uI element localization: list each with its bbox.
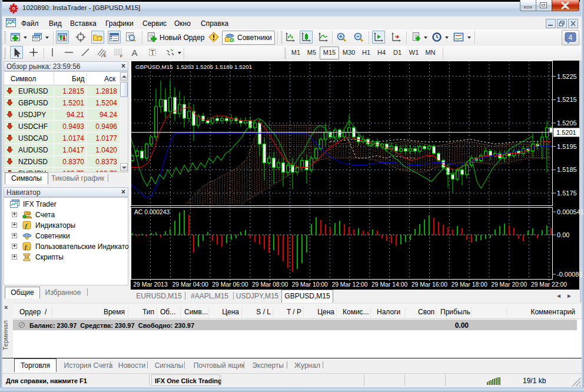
svg-text:29 Mar 16:00: 29 Mar 16:00	[412, 281, 447, 288]
svg-text:1.5215: 1.5215	[557, 96, 577, 103]
svg-text:1.5175: 1.5175	[557, 190, 577, 197]
svg-text:29 Mar 20:00: 29 Mar 20:00	[491, 281, 527, 288]
svg-text:0.000541: 0.000541	[557, 208, 584, 215]
svg-text:F: F	[120, 54, 122, 58]
svg-text:29 Mar 2013: 29 Mar 2013	[133, 281, 168, 288]
svg-text:1.5201: 1.5201	[556, 129, 576, 136]
svg-text:T: T	[151, 49, 155, 57]
svg-text:1.5185: 1.5185	[557, 166, 577, 173]
svg-text:-0.00086: -0.00086	[557, 271, 582, 278]
svg-text:4: 4	[569, 34, 573, 42]
svg-text:29 Mar 04:00: 29 Mar 04:00	[172, 281, 208, 288]
svg-text:29 Mar 18:00: 29 Mar 18:00	[451, 281, 487, 288]
svg-text:29 Mar 14:00: 29 Mar 14:00	[371, 281, 407, 288]
svg-text:AC 0.000243: AC 0.000243	[134, 209, 170, 215]
svg-text:29 Mar 06:00: 29 Mar 06:00	[212, 281, 248, 288]
svg-text:1.5225: 1.5225	[557, 73, 577, 80]
svg-text:29 Mar 22:00: 29 Mar 22:00	[531, 281, 567, 288]
svg-text:A: A	[132, 48, 138, 58]
svg-text:GBPUSD,M15 1.5203 1.5205 1.51: GBPUSD,M15 1.5203 1.5205 1.5189 1.5201	[135, 64, 253, 70]
svg-text:1.5205: 1.5205	[557, 119, 577, 127]
svg-text:29 Mar 10:00: 29 Mar 10:00	[292, 281, 328, 288]
svg-text:0.00: 0.00	[557, 231, 569, 238]
svg-text:29 Mar 08:00: 29 Mar 08:00	[252, 281, 288, 288]
svg-text:29 Mar 12:00: 29 Mar 12:00	[331, 281, 367, 288]
svg-text:E: E	[104, 54, 107, 58]
svg-text:1.5195: 1.5195	[557, 143, 577, 150]
